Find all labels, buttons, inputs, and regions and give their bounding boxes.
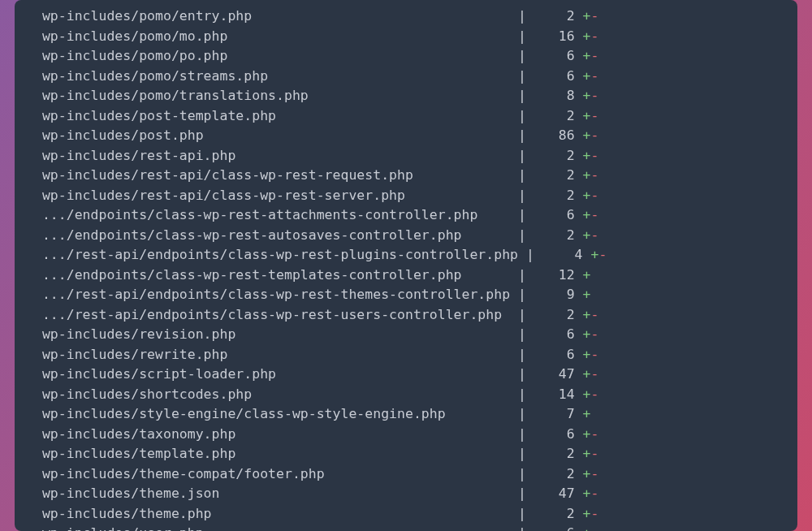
additions-indicator: +	[583, 326, 591, 342]
separator-pipe: |	[510, 267, 534, 283]
change-count: 2	[534, 446, 583, 461]
diffstat-row: .../endpoints/class-wp-rest-templates-co…	[15, 266, 797, 286]
deletions-indicator: -	[590, 307, 598, 322]
additions-indicator: +	[583, 386, 591, 402]
deletions-indicator: -	[590, 525, 598, 531]
additions-indicator: +	[583, 68, 591, 84]
additions-indicator: +	[583, 267, 591, 283]
change-count: 47	[534, 366, 583, 382]
separator-pipe: |	[510, 287, 534, 302]
additions-indicator: +	[583, 188, 591, 203]
additions-indicator: +	[583, 486, 591, 501]
additions-indicator: +	[583, 227, 591, 243]
deletions-indicator: -	[590, 366, 598, 382]
file-path: wp-includes/user.php	[34, 525, 510, 531]
separator-pipe: |	[510, 466, 534, 481]
change-count: 9	[534, 287, 583, 302]
file-path: wp-includes/rest-api/class-wp-rest-reque…	[34, 167, 510, 183]
additions-indicator: +	[583, 287, 591, 302]
diffstat-row: wp-includes/theme-compat/footer.php | 2 …	[15, 464, 797, 485]
additions-indicator: +	[583, 28, 591, 44]
diffstat-row: wp-includes/style-engine/class-wp-style-…	[15, 404, 797, 425]
change-count: 86	[534, 127, 583, 143]
diffstat-row: wp-includes/pomo/mo.php | 16 +-	[15, 27, 797, 47]
deletions-indicator: -	[590, 127, 598, 143]
change-count: 6	[534, 48, 583, 63]
deletions-indicator: -	[590, 167, 598, 183]
diffstat-row: wp-includes/theme.json | 47 +-	[15, 484, 797, 504]
additions-indicator: +	[583, 127, 591, 143]
file-path: wp-includes/rewrite.php	[34, 347, 510, 362]
diffstat-row: wp-includes/pomo/po.php | 6 +-	[15, 46, 797, 67]
deletions-indicator: -	[590, 88, 598, 103]
additions-indicator: +	[583, 426, 591, 442]
deletions-indicator: -	[590, 207, 598, 222]
file-path: wp-includes/pomo/streams.php	[34, 68, 510, 84]
change-count: 2	[534, 108, 583, 123]
change-count: 2	[534, 307, 583, 322]
change-count: 16	[534, 28, 583, 44]
file-path: .../endpoints/class-wp-rest-attachments-…	[34, 207, 510, 222]
deletions-indicator: -	[590, 486, 598, 501]
additions-indicator: +	[583, 148, 591, 163]
change-count: 6	[534, 68, 583, 84]
change-count: 2	[534, 466, 583, 481]
additions-indicator: +	[583, 446, 591, 461]
file-path: wp-includes/post.php	[34, 127, 510, 143]
separator-pipe: |	[510, 68, 534, 84]
separator-pipe: |	[510, 127, 534, 143]
deletions-indicator: -	[590, 347, 598, 362]
separator-pipe: |	[510, 506, 534, 521]
diffstat-row: wp-includes/theme.php | 2 +-	[15, 504, 797, 525]
file-path: wp-includes/pomo/mo.php	[34, 28, 510, 44]
diffstat-row: wp-includes/pomo/entry.php | 2 +-	[15, 6, 797, 27]
file-path: wp-includes/rest-api/class-wp-rest-serve…	[34, 188, 510, 203]
diffstat-row: wp-includes/script-loader.php | 47 +-	[15, 365, 797, 385]
deletions-indicator: -	[590, 466, 598, 481]
diffstat-row: wp-includes/user.php | 6 +-	[15, 524, 797, 531]
diffstat-row: wp-includes/post.php | 86 +-	[15, 126, 797, 146]
diffstat-row: wp-includes/rest-api/class-wp-rest-reque…	[15, 166, 797, 186]
additions-indicator: +	[583, 108, 591, 123]
deletions-indicator: -	[590, 426, 598, 442]
deletions-indicator: -	[590, 446, 598, 461]
separator-pipe: |	[518, 247, 542, 262]
change-count: 6	[534, 426, 583, 442]
change-count: 2	[534, 188, 583, 203]
file-path: wp-includes/theme.php	[34, 506, 510, 521]
separator-pipe: |	[510, 207, 534, 222]
change-count: 6	[534, 525, 583, 531]
diffstat-row: wp-includes/taxonomy.php | 6 +-	[15, 425, 797, 445]
separator-pipe: |	[510, 167, 534, 183]
file-path: wp-includes/rest-api.php	[34, 148, 510, 163]
change-count: 2	[534, 506, 583, 521]
separator-pipe: |	[510, 148, 534, 163]
change-count: 14	[534, 386, 583, 402]
separator-pipe: |	[510, 525, 534, 531]
diffstat-row: wp-includes/rest-api.php | 2 +-	[15, 146, 797, 166]
separator-pipe: |	[510, 426, 534, 442]
change-count: 6	[534, 347, 583, 362]
additions-indicator: +	[583, 48, 591, 63]
file-path: wp-includes/theme-compat/footer.php	[34, 466, 510, 481]
change-count: 6	[534, 326, 583, 342]
separator-pipe: |	[510, 48, 534, 63]
file-path: wp-includes/pomo/entry.php	[34, 8, 510, 24]
separator-pipe: |	[510, 486, 534, 501]
separator-pipe: |	[510, 307, 534, 322]
additions-indicator: +	[590, 247, 598, 262]
additions-indicator: +	[583, 506, 591, 521]
diffstat-row: .../rest-api/endpoints/class-wp-rest-plu…	[15, 245, 797, 266]
change-count: 6	[534, 207, 583, 222]
change-count: 2	[534, 148, 583, 163]
deletions-indicator: -	[590, 48, 598, 63]
diffstat-row: wp-includes/post-template.php | 2 +-	[15, 106, 797, 127]
change-count: 12	[534, 267, 583, 283]
deletions-indicator: -	[590, 227, 598, 243]
file-path: .../rest-api/endpoints/class-wp-rest-use…	[34, 307, 510, 322]
change-count: 2	[534, 167, 583, 183]
separator-pipe: |	[510, 188, 534, 203]
file-path: wp-includes/pomo/po.php	[34, 48, 510, 63]
deletions-indicator: -	[590, 8, 598, 24]
separator-pipe: |	[510, 326, 534, 342]
